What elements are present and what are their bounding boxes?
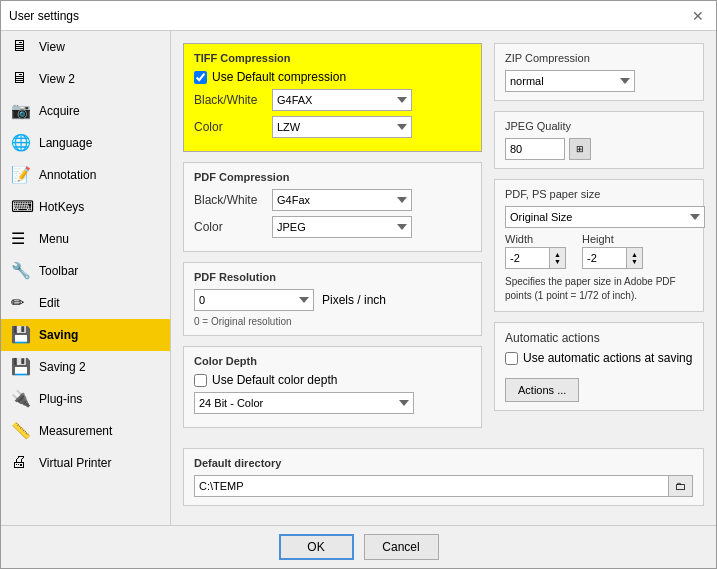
sidebar-label-edit: Edit bbox=[39, 296, 60, 310]
sidebar-item-saving[interactable]: 💾 Saving bbox=[1, 319, 170, 351]
sidebar-label-annotation: Annotation bbox=[39, 168, 96, 182]
actions-button[interactable]: Actions ... bbox=[505, 378, 579, 402]
auto-actions-section: Automatic actions Use automatic actions … bbox=[494, 322, 704, 411]
auto-actions-use-label: Use automatic actions at saving bbox=[523, 351, 692, 365]
color-depth-use-default-checkbox[interactable] bbox=[194, 374, 207, 387]
sidebar-item-menu[interactable]: ☰ Menu bbox=[1, 223, 170, 255]
color-depth-use-default-row: Use Default color depth bbox=[194, 373, 471, 387]
tiff-use-default-row: Use Default compression bbox=[194, 70, 471, 84]
color-depth-section: Color Depth Use Default color depth 24 B… bbox=[183, 346, 482, 428]
sidebar-item-saving2[interactable]: 💾 Saving 2 bbox=[1, 351, 170, 383]
sidebar-item-acquire[interactable]: 📷 Acquire bbox=[1, 95, 170, 127]
cancel-button[interactable]: Cancel bbox=[364, 534, 439, 560]
tiff-color-select[interactable]: LZW JPEG None bbox=[272, 116, 412, 138]
width-input[interactable] bbox=[505, 247, 550, 269]
height-label: Height bbox=[582, 233, 643, 245]
auto-actions-label: Automatic actions bbox=[505, 331, 693, 345]
tiff-section-label: TIFF Compression bbox=[194, 52, 471, 64]
height-spin[interactable]: ▲ ▼ bbox=[627, 247, 643, 269]
height-input[interactable] bbox=[582, 247, 627, 269]
pdf-color-select[interactable]: JPEG LZW None bbox=[272, 216, 412, 238]
titlebar: User settings ✕ bbox=[1, 1, 716, 31]
tiff-color-row: Color LZW JPEG None bbox=[194, 116, 471, 138]
pdf-resolution-select[interactable]: 0 72 96 150 300 bbox=[194, 289, 314, 311]
sidebar-label-virtual-printer: Virtual Printer bbox=[39, 456, 111, 470]
window-title: User settings bbox=[9, 9, 79, 23]
pdf-resolution-label: PDF Resolution bbox=[194, 271, 471, 283]
dir-browse-button[interactable]: 🗀 bbox=[669, 475, 693, 497]
sidebar-item-view2[interactable]: 🖥 View 2 bbox=[1, 63, 170, 95]
hotkeys-icon: ⌨ bbox=[11, 197, 31, 217]
sidebar-item-edit[interactable]: ✏ Edit bbox=[1, 287, 170, 319]
pdf-bw-label: Black/White bbox=[194, 193, 264, 207]
color-depth-select[interactable]: 24 Bit - Color 8 Bit - Grayscale 1 Bit -… bbox=[194, 392, 414, 414]
pdf-resolution-unit: Pixels / inch bbox=[322, 293, 386, 307]
close-button[interactable]: ✕ bbox=[688, 6, 708, 26]
sidebar-label-plugins: Plug-ins bbox=[39, 392, 82, 406]
edit-icon: ✏ bbox=[11, 293, 31, 313]
tiff-use-default-checkbox[interactable] bbox=[194, 71, 207, 84]
tiff-bw-row: Black/White G4FAX CCITT LZW None bbox=[194, 89, 471, 111]
acquire-icon: 📷 bbox=[11, 101, 31, 121]
zip-label: ZIP Compression bbox=[505, 52, 693, 64]
pdf-resolution-section: PDF Resolution 0 72 96 150 300 Pixels / … bbox=[183, 262, 482, 336]
color-depth-select-row: 24 Bit - Color 8 Bit - Grayscale 1 Bit -… bbox=[194, 392, 471, 414]
sidebar-label-saving2: Saving 2 bbox=[39, 360, 86, 374]
auto-actions-use-row: Use automatic actions at saving bbox=[505, 351, 693, 365]
pdf-color-label: Color bbox=[194, 220, 264, 234]
plugins-icon: 🔌 bbox=[11, 389, 31, 409]
sidebar-label-menu: Menu bbox=[39, 232, 69, 246]
auto-actions-checkbox[interactable] bbox=[505, 352, 518, 365]
tiff-bw-select[interactable]: G4FAX CCITT LZW None bbox=[272, 89, 412, 111]
sidebar-item-language[interactable]: 🌐 Language bbox=[1, 127, 170, 159]
sidebar-item-plugins[interactable]: 🔌 Plug-ins bbox=[1, 383, 170, 415]
jpeg-quality-input[interactable] bbox=[505, 138, 565, 160]
monitor-icon: 🖥 bbox=[11, 37, 31, 57]
default-dir-label: Default directory bbox=[194, 457, 693, 469]
pdf-compression-section: PDF Compression Black/White G4Fax CCITT … bbox=[183, 162, 482, 252]
sidebar-item-toolbar[interactable]: 🔧 Toolbar bbox=[1, 255, 170, 287]
sidebar-item-virtual-printer[interactable]: 🖨 Virtual Printer bbox=[1, 447, 170, 479]
height-group: Height ▲ ▼ bbox=[582, 233, 643, 269]
width-spin[interactable]: ▲ ▼ bbox=[550, 247, 566, 269]
pdf-bw-row: Black/White G4Fax CCITT LZW None bbox=[194, 189, 471, 211]
jpeg-section: JPEG Quality ⊞ bbox=[494, 111, 704, 169]
user-settings-window: User settings ✕ 🖥 View 🖥 View 2 📷 Acquir… bbox=[0, 0, 717, 569]
annotation-icon: 📝 bbox=[11, 165, 31, 185]
default-dir-section: Default directory 🗀 bbox=[183, 448, 704, 506]
ok-button[interactable]: OK bbox=[279, 534, 354, 560]
measurement-icon: 📏 bbox=[11, 421, 31, 441]
width-label: Width bbox=[505, 233, 566, 245]
printer-icon: 🖨 bbox=[11, 453, 31, 473]
sidebar-label-toolbar: Toolbar bbox=[39, 264, 78, 278]
tiff-use-default-label: Use Default compression bbox=[212, 70, 346, 84]
sidebar: 🖥 View 🖥 View 2 📷 Acquire 🌐 Language 📝 A… bbox=[1, 31, 171, 525]
sidebar-label-measurement: Measurement bbox=[39, 424, 112, 438]
tiff-section: TIFF Compression Use Default compression… bbox=[183, 43, 482, 152]
jpeg-quality-icon[interactable]: ⊞ bbox=[569, 138, 591, 160]
sidebar-label-view2: View 2 bbox=[39, 72, 75, 86]
wh-row: Width ▲ ▼ Height bbox=[505, 233, 693, 269]
sidebar-item-annotation[interactable]: 📝 Annotation bbox=[1, 159, 170, 191]
menu-icon: ☰ bbox=[11, 229, 31, 249]
sidebar-label-language: Language bbox=[39, 136, 92, 150]
jpeg-label: JPEG Quality bbox=[505, 120, 693, 132]
pdf-paper-select[interactable]: Original Size Letter A4 A3 bbox=[505, 206, 705, 228]
tiff-color-label: Color bbox=[194, 120, 264, 134]
toolbar-icon: 🔧 bbox=[11, 261, 31, 281]
pdf-compression-label: PDF Compression bbox=[194, 171, 471, 183]
sidebar-item-view[interactable]: 🖥 View bbox=[1, 31, 170, 63]
sidebar-item-measurement[interactable]: 📏 Measurement bbox=[1, 415, 170, 447]
footer: OK Cancel bbox=[1, 525, 716, 568]
pdf-paper-label: PDF, PS paper size bbox=[505, 188, 693, 200]
sidebar-label-saving: Saving bbox=[39, 328, 78, 342]
width-group: Width ▲ ▼ bbox=[505, 233, 566, 269]
right-column: ZIP Compression normal maximum fast JPEG… bbox=[494, 43, 704, 438]
dir-input[interactable] bbox=[194, 475, 669, 497]
sidebar-label-hotkeys: HotKeys bbox=[39, 200, 84, 214]
sidebar-item-hotkeys[interactable]: ⌨ HotKeys bbox=[1, 191, 170, 223]
pdf-bw-select[interactable]: G4Fax CCITT LZW None bbox=[272, 189, 412, 211]
language-icon: 🌐 bbox=[11, 133, 31, 153]
saving2-icon: 💾 bbox=[11, 357, 31, 377]
zip-select[interactable]: normal maximum fast bbox=[505, 70, 635, 92]
